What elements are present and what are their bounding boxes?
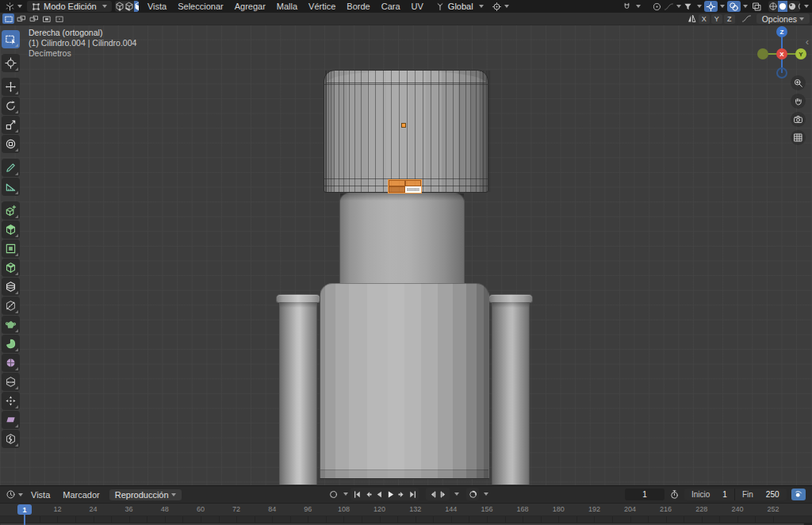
face-select-button[interactable] bbox=[134, 1, 139, 12]
menu-uv[interactable]: UV bbox=[406, 0, 429, 13]
navigation-gizmo[interactable]: Z Y X bbox=[754, 26, 810, 82]
pivot-dropdown[interactable] bbox=[492, 2, 509, 12]
3d-viewport[interactable]: Derecha (ortogonal) (1) Cilindro.004 | C… bbox=[0, 25, 812, 485]
measure-tool[interactable] bbox=[2, 178, 20, 196]
shading-wireframe-button[interactable] bbox=[768, 1, 778, 12]
menu-agregar[interactable]: Agregar bbox=[229, 0, 271, 13]
orientation-dropdown[interactable]: Global bbox=[435, 2, 484, 11]
timeline-ruler[interactable]: 1224364860728496108120132144156168180192… bbox=[0, 504, 812, 516]
scale-tool[interactable] bbox=[2, 116, 20, 134]
body-cylinder[interactable] bbox=[320, 283, 489, 479]
spin-tool[interactable] bbox=[2, 335, 20, 353]
menu-malla[interactable]: Malla bbox=[271, 0, 303, 13]
shear-tool[interactable] bbox=[2, 411, 20, 429]
transform-tool[interactable] bbox=[2, 135, 20, 153]
start-frame-field[interactable]: Inicio 1 bbox=[684, 489, 734, 500]
next-keyframe-button[interactable] bbox=[396, 489, 407, 500]
timeline-menu-vista[interactable]: Vista bbox=[25, 490, 56, 500]
selected-face[interactable] bbox=[405, 180, 422, 186]
proportional-editing-toggle[interactable] bbox=[650, 1, 664, 12]
select-box-tool[interactable] bbox=[2, 30, 20, 48]
play-button[interactable] bbox=[385, 489, 396, 500]
current-frame-field[interactable]: 1 bbox=[625, 489, 665, 500]
menu-seleccionar[interactable]: Seleccionar bbox=[172, 0, 228, 13]
vertex-select-button[interactable] bbox=[115, 1, 124, 12]
shading-rendered-button[interactable] bbox=[797, 1, 800, 12]
playback-sync-button[interactable] bbox=[466, 488, 479, 500]
edited-cap-cylinder[interactable] bbox=[324, 70, 488, 193]
knife-tool[interactable] bbox=[2, 297, 20, 315]
visibility-filter[interactable] bbox=[681, 1, 695, 12]
move-tool[interactable] bbox=[2, 78, 20, 96]
show-gizmos[interactable] bbox=[704, 1, 718, 12]
gizmo-neg-y-ball[interactable] bbox=[757, 48, 768, 59]
timeline-track[interactable] bbox=[0, 516, 812, 523]
end-frame-field[interactable]: Fin 250 bbox=[735, 489, 787, 500]
step-back-button[interactable] bbox=[427, 489, 438, 500]
extrude-region-tool[interactable] bbox=[2, 220, 20, 239]
show-overlays[interactable] bbox=[727, 1, 741, 12]
frame-label: 60 bbox=[197, 505, 205, 513]
chevron-down-icon bbox=[171, 493, 176, 496]
active-face[interactable] bbox=[405, 186, 422, 193]
select-mode-subtract-button[interactable] bbox=[28, 13, 40, 24]
toggle-xray[interactable] bbox=[750, 1, 764, 12]
edge-select-button[interactable] bbox=[124, 1, 134, 12]
autokey-record-button[interactable] bbox=[328, 489, 339, 500]
neck-cylinder[interactable] bbox=[339, 193, 465, 283]
bevel-tool[interactable] bbox=[2, 259, 20, 277]
nav-camera-button[interactable] bbox=[791, 112, 806, 127]
add-cube-tool[interactable] bbox=[2, 201, 20, 220]
rotate-tool[interactable] bbox=[2, 97, 20, 115]
playback-filter-button[interactable] bbox=[791, 489, 806, 500]
inset-faces-tool[interactable] bbox=[2, 240, 20, 258]
menu-cara[interactable]: Cara bbox=[376, 0, 406, 13]
gizmo-y-ball[interactable]: Y bbox=[795, 48, 806, 59]
shrink-fatten-tool[interactable] bbox=[2, 392, 20, 410]
poly-build-tool[interactable] bbox=[2, 316, 20, 334]
smooth-tool[interactable] bbox=[2, 354, 20, 372]
play-reverse-button[interactable] bbox=[373, 489, 385, 500]
mirror-axis-x-button[interactable]: X bbox=[699, 14, 710, 24]
gizmo-z-ball[interactable]: Z bbox=[776, 26, 787, 37]
mirror-axis-z-button[interactable]: Z bbox=[724, 14, 735, 24]
edge-slide-tool[interactable] bbox=[2, 373, 20, 391]
selected-faces[interactable] bbox=[388, 179, 422, 194]
jump-to-start-button[interactable] bbox=[351, 489, 362, 500]
loop-cut-tool[interactable] bbox=[2, 278, 20, 296]
nav-gridnav-button[interactable] bbox=[791, 130, 806, 145]
select-mode-intersect-button[interactable] bbox=[53, 13, 65, 24]
annotate-tool[interactable] bbox=[2, 159, 20, 177]
nav-hand-button[interactable] bbox=[791, 94, 806, 109]
selected-face[interactable] bbox=[389, 186, 405, 193]
previous-keyframe-button[interactable] bbox=[362, 489, 373, 500]
shading-solid-button[interactable] bbox=[778, 1, 787, 12]
right-arm-cylinder[interactable] bbox=[492, 302, 530, 485]
rip-region-tool[interactable] bbox=[2, 430, 20, 448]
selected-face[interactable] bbox=[389, 180, 405, 186]
menu-borde[interactable]: Borde bbox=[341, 0, 375, 13]
timeline-menu-marcador[interactable]: Marcador bbox=[56, 490, 105, 500]
blender-window: { "topbar": { "editor_type_icon": "3d-vi… bbox=[0, 0, 812, 525]
select-mode-set-button[interactable] bbox=[2, 13, 14, 24]
menu-vrtice[interactable]: Vértice bbox=[303, 0, 341, 13]
options-dropdown[interactable]: Opciones bbox=[756, 13, 810, 24]
snap-toggle[interactable] bbox=[620, 1, 634, 12]
timeline-editor-type-button[interactable] bbox=[4, 489, 25, 500]
editor-type-button[interactable] bbox=[3, 1, 24, 12]
cursor-tool[interactable] bbox=[2, 54, 20, 72]
shading-material-button[interactable] bbox=[787, 1, 797, 12]
mirror-axis-y-button[interactable]: Y bbox=[711, 14, 722, 24]
jump-to-end-button[interactable] bbox=[407, 489, 418, 500]
gizmo-neg-z-ball[interactable] bbox=[776, 67, 787, 79]
gizmo-x-ball[interactable]: X bbox=[776, 48, 787, 59]
mode-dropdown[interactable]: Modo Edición bbox=[27, 1, 112, 12]
nav-magnifier-button[interactable] bbox=[791, 75, 806, 90]
select-mode-invert-button[interactable] bbox=[40, 13, 52, 24]
timeline-header: VistaMarcador Reproducción 1 Inicio 1 Fi… bbox=[0, 486, 812, 504]
step-forward-button[interactable] bbox=[438, 489, 449, 500]
playback-menu[interactable]: Reproducción bbox=[109, 489, 182, 500]
left-arm-cylinder[interactable] bbox=[279, 302, 317, 485]
select-mode-extend-button[interactable] bbox=[15, 13, 27, 24]
menu-vista[interactable]: Vista bbox=[142, 0, 172, 13]
